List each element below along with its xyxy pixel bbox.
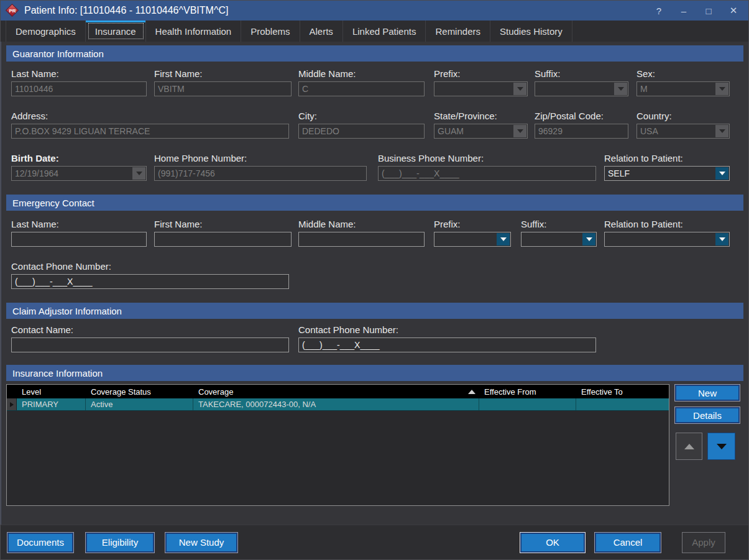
emergency-first-name-input[interactable] xyxy=(154,232,292,247)
field-label: Country: xyxy=(636,110,730,122)
tab-reminders[interactable]: Reminders xyxy=(426,21,490,42)
claim-contact-name-field: Contact Name: xyxy=(11,324,289,352)
cell-level: PRIMARY xyxy=(17,398,86,410)
emergency-row-2: Contact Phone Number: xyxy=(6,260,743,289)
dropdown-button[interactable] xyxy=(715,233,728,246)
claim-contact-phone-field: Contact Phone Number: xyxy=(298,324,596,352)
guarantor-row-2: Address: City: State/Province: Zip/Posta… xyxy=(6,110,743,139)
guarantor-relation-input[interactable] xyxy=(605,167,715,180)
insurance-grid-area: Level Coverage Status Coverage Effective… xyxy=(6,384,743,506)
field-label: Birth Date: xyxy=(11,152,147,165)
emergency-middle-name-input[interactable] xyxy=(298,232,425,247)
eligibility-button[interactable]: Eligibility xyxy=(85,532,155,553)
patient-info-window: PR Patient Info: [11010446 - 11010446^VB… xyxy=(0,0,749,560)
dropdown-button xyxy=(715,125,728,137)
tab-demographics[interactable]: Demographics xyxy=(6,21,86,42)
guarantor-row-3: Birth Date: Home Phone Number: Business … xyxy=(6,152,743,181)
claim-contact-name-input[interactable] xyxy=(11,337,289,352)
details-button[interactable]: Details xyxy=(674,406,740,424)
field-label: Prefix: xyxy=(434,68,528,80)
emergency-prefix-input[interactable] xyxy=(434,232,496,246)
field-label: Relation to Patient: xyxy=(604,152,730,165)
app-icon: PR xyxy=(6,4,19,17)
emergency-contact-phone-input[interactable] xyxy=(11,274,289,289)
dropdown-button[interactable] xyxy=(497,233,510,246)
guarantor-birth-date-picker xyxy=(11,166,147,181)
tab-alerts[interactable]: Alerts xyxy=(300,21,343,42)
guarantor-last-name-input xyxy=(11,81,147,96)
guarantor-relation-combobox[interactable] xyxy=(604,166,730,181)
new-study-button[interactable]: New Study xyxy=(165,532,238,553)
chevron-down-icon xyxy=(719,172,725,175)
apply-button: Apply xyxy=(682,532,725,553)
dropdown-button xyxy=(513,83,526,95)
field-label: First Name: xyxy=(154,218,292,231)
guarantor-business-phone-field: Business Phone Number: xyxy=(378,152,596,181)
emergency-suffix-input[interactable] xyxy=(522,232,582,246)
guarantor-relation-field: Relation to Patient: xyxy=(604,152,730,181)
tab-insurance[interactable]: Insurance xyxy=(86,21,146,42)
chevron-down-icon xyxy=(500,237,507,241)
claim-contact-phone-input[interactable] xyxy=(298,337,596,352)
guarantor-country-combobox xyxy=(636,124,730,139)
guarantor-business-phone-input xyxy=(378,166,596,181)
guarantor-section-header: Guarantor Information xyxy=(6,45,743,62)
tab-studies-history[interactable]: Studies History xyxy=(490,21,572,42)
cancel-button[interactable]: Cancel xyxy=(594,532,661,553)
guarantor-middle-name-field: Middle Name: xyxy=(298,68,425,96)
guarantor-middle-name-input xyxy=(298,81,425,96)
field-label: Prefix: xyxy=(434,218,511,231)
field-label: Business Phone Number: xyxy=(378,152,596,165)
guarantor-suffix-field: Suffix: xyxy=(535,68,628,96)
field-label: City: xyxy=(298,110,425,122)
guarantor-first-name-input xyxy=(154,81,292,96)
cell-coverage-status: Active xyxy=(86,398,193,410)
tab-health-information[interactable]: Health Information xyxy=(146,21,242,42)
guarantor-prefix-field: Prefix: xyxy=(434,68,528,96)
dropdown-button xyxy=(132,167,145,180)
tab-problems[interactable]: Problems xyxy=(241,21,300,42)
emergency-relation-combobox[interactable] xyxy=(604,232,730,247)
guarantor-state-combobox xyxy=(434,124,528,139)
guarantor-state-input xyxy=(434,124,513,138)
chevron-down-icon xyxy=(517,129,523,133)
move-down-button[interactable] xyxy=(707,433,735,460)
guarantor-zip-input xyxy=(535,124,628,139)
emergency-prefix-combobox[interactable] xyxy=(434,232,511,247)
chevron-down-icon xyxy=(719,237,725,241)
field-label: First Name: xyxy=(154,68,292,80)
column-header-coverage-status[interactable]: Coverage Status xyxy=(86,385,193,398)
help-button[interactable]: ? xyxy=(654,6,664,16)
insurance-section-header: Insurance Information xyxy=(6,365,743,381)
field-label: Zip/Postal Code: xyxy=(535,110,628,122)
dropdown-button[interactable] xyxy=(715,167,728,180)
column-header-effective-from[interactable]: Effective From xyxy=(479,385,576,398)
new-button[interactable]: New xyxy=(674,384,740,402)
tab-strip: Demographics Insurance Health Informatio… xyxy=(1,21,748,42)
field-label: Suffix: xyxy=(535,68,628,80)
emergency-relation-input[interactable] xyxy=(605,232,715,246)
minimize-button[interactable]: – xyxy=(679,6,689,16)
tab-linked-patients[interactable]: Linked Patients xyxy=(343,21,426,42)
emergency-last-name-input[interactable] xyxy=(11,232,147,247)
documents-button[interactable]: Documents xyxy=(7,532,74,553)
window-controls: ? – □ ✕ xyxy=(654,5,738,16)
arrow-up-icon xyxy=(684,444,694,449)
ok-button[interactable]: OK xyxy=(520,532,586,553)
guarantor-sex-field: Sex: xyxy=(636,68,730,96)
emergency-suffix-combobox[interactable] xyxy=(521,232,597,247)
maximize-button[interactable]: □ xyxy=(704,6,714,16)
column-header-effective-to[interactable]: Effective To xyxy=(576,385,669,398)
dropdown-button[interactable] xyxy=(582,233,595,246)
sort-ascending-icon xyxy=(468,390,476,394)
table-row[interactable]: PRIMARY Active TAKECARE, 000072443-00, N… xyxy=(7,398,669,411)
column-header-level[interactable]: Level xyxy=(17,385,86,398)
chevron-down-icon xyxy=(618,87,624,91)
emergency-relation-field: Relation to Patient: xyxy=(604,218,730,247)
column-header-coverage[interactable]: Coverage xyxy=(193,385,479,398)
guarantor-birth-date-input xyxy=(12,167,132,180)
emergency-row-1: Last Name: First Name: Middle Name: Pref… xyxy=(6,218,743,247)
window-title: Patient Info: [11010446 - 11010446^VBITM… xyxy=(24,5,654,16)
close-button[interactable]: ✕ xyxy=(728,5,738,16)
cell-coverage: TAKECARE, 000072443-00, N/A xyxy=(193,398,479,410)
